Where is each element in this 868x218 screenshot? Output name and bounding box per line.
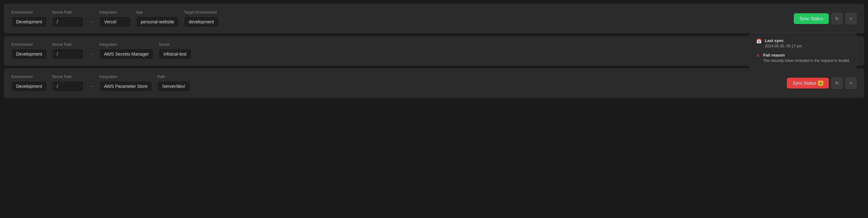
target-env-group-1: Target Environment development — [184, 10, 219, 27]
arrow-icon-1: → — [89, 19, 94, 25]
secret-path-label-1: Secret Path — [52, 10, 84, 14]
refresh-button-3[interactable]: ↻ — [831, 77, 843, 89]
tooltip-fail-reason-content: Fail reason The security token included … — [763, 53, 850, 63]
environment-value-2: Development — [11, 49, 47, 59]
close-icon-3: × — [850, 81, 852, 86]
secret-path-value-1: / — [52, 17, 84, 27]
target-env-value-1: development — [184, 17, 219, 27]
tooltip-fail-reason-label: Fail reason — [763, 53, 850, 58]
arrow-icon-2: → — [89, 51, 94, 58]
secret-path-group-1: Secret Path / — [52, 10, 84, 27]
environment-group-2: Environment Development — [11, 42, 47, 59]
sync-status-button-1[interactable]: Sync Status — [794, 13, 829, 24]
environment-group-1: Environment Development — [11, 10, 47, 27]
tooltip-last-sync-content: Last sync 2024-05-30, 05:17 pm — [765, 38, 802, 49]
tooltip-last-sync-section: 📅 Last sync 2024-05-30, 05:17 pm — [756, 38, 850, 49]
actions-1: Sync Status ↻ × — [794, 13, 857, 24]
path-group-3: Path /server/dev/ — [157, 74, 190, 92]
path-label-3: Path — [157, 74, 190, 79]
integration-label-3: Integration — [99, 74, 153, 79]
secret-path-group-2: Secret Path / — [52, 42, 84, 59]
integration-value-1: Vercel — [99, 17, 131, 27]
environment-value-3: Development — [11, 81, 47, 92]
environment-value-1: Development — [11, 17, 47, 27]
target-env-label-1: Target Environment — [184, 10, 219, 14]
secret-value-2: infisical-test — [159, 49, 191, 59]
actions-3: Sync Status ⚠ ↻ × — [787, 77, 857, 89]
environment-label-3: Environment — [11, 74, 47, 79]
secret-group-2: Secret infisical-test — [159, 42, 191, 59]
close-button-3[interactable]: × — [845, 77, 857, 89]
integration-group-1: Integration Vercel — [99, 10, 131, 27]
environment-label-2: Environment — [11, 42, 47, 47]
tooltip-fail-reason-section: ✕ Fail reason The security token include… — [756, 53, 850, 63]
secret-label-2: Secret — [159, 42, 191, 47]
environment-group-3: Environment Development — [11, 74, 47, 92]
secret-path-value-2: / — [52, 49, 84, 59]
sync-tooltip-2: 📅 Last sync 2024-05-30, 05:17 pm ✕ Fail … — [749, 33, 857, 69]
tooltip-last-sync-label: Last sync — [765, 38, 802, 43]
calendar-icon: 📅 — [756, 38, 762, 43]
environment-label-1: Environment — [11, 10, 47, 14]
refresh-icon-1: ↻ — [835, 16, 839, 21]
integration-row-1: Environment Development Secret Path / → … — [4, 4, 864, 33]
sync-status-button-3[interactable]: Sync Status ⚠ — [787, 78, 829, 89]
secret-path-group-3: Secret Path / — [52, 74, 84, 92]
secret-path-label-3: Secret Path — [52, 74, 84, 79]
app-label-1: App — [136, 10, 179, 14]
refresh-icon-3: ↻ — [835, 81, 839, 86]
x-icon: ✕ — [756, 53, 760, 58]
app-group-1: App personal-website — [136, 10, 179, 27]
tooltip-fail-reason-text: The security token included in the reque… — [763, 58, 850, 63]
warning-icon-3: ⚠ — [818, 81, 823, 86]
integration-value-2: AWS Secrets Manager — [99, 49, 154, 59]
close-icon-1: × — [850, 16, 852, 21]
integration-group-3: Integration AWS Parameter Store — [99, 74, 153, 92]
secret-path-value-3: / — [52, 81, 84, 92]
tooltip-last-sync-value: 2024-05-30, 05:17 pm — [765, 43, 802, 49]
integration-row-3: Environment Development Secret Path / → … — [4, 68, 864, 98]
secret-path-label-2: Secret Path — [52, 42, 84, 47]
arrow-icon-3: → — [89, 83, 94, 90]
sync-status-label-3: Sync Status — [793, 81, 816, 86]
app-value-1: personal-website — [136, 17, 179, 27]
path-value-3: /server/dev/ — [157, 81, 190, 92]
integration-row-2: Environment Development Secret Path / → … — [4, 36, 864, 66]
integration-label-2: Integration — [99, 42, 154, 47]
close-button-1[interactable]: × — [845, 13, 857, 24]
integration-value-3: AWS Parameter Store — [99, 81, 153, 92]
integration-group-2: Integration AWS Secrets Manager — [99, 42, 154, 59]
refresh-button-1[interactable]: ↻ — [831, 13, 843, 24]
integration-label-1: Integration — [99, 10, 131, 14]
